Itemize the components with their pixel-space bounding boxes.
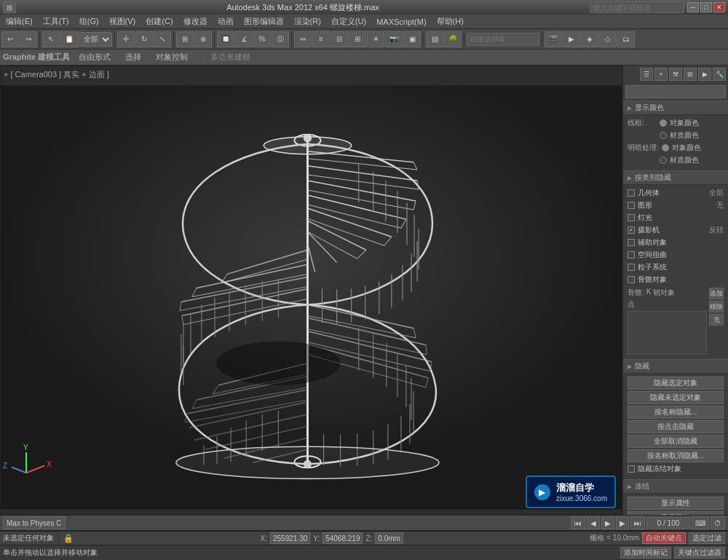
jump-end-button[interactable]: ⏭ bbox=[630, 516, 645, 529]
viewport[interactable]: + [ Camera003 ] 真实 + 边面 ] bbox=[0, 66, 622, 515]
align-view-button[interactable]: ▣ bbox=[403, 31, 421, 47]
play-button[interactable]: ▶ bbox=[601, 516, 614, 529]
key-filter-button[interactable]: 关键点过滤器 bbox=[674, 547, 725, 559]
menu-group[interactable]: 组(G) bbox=[75, 15, 103, 28]
modify-panel-icon[interactable]: ⚒ bbox=[669, 68, 682, 81]
spinner-snap-button[interactable]: ⓪ bbox=[272, 31, 289, 47]
tab-select[interactable]: 选择 bbox=[119, 50, 147, 64]
x-value[interactable]: 255921.30 bbox=[270, 532, 310, 544]
undo-button[interactable]: ↩ bbox=[1, 31, 19, 47]
hide-by-hit-button[interactable]: 按点击隐藏 bbox=[628, 420, 724, 433]
y-value[interactable]: 54068.219 bbox=[323, 532, 363, 544]
next-frame-button[interactable]: ▶ bbox=[616, 516, 629, 529]
display-color-header[interactable]: 显示颜色 bbox=[623, 100, 728, 115]
menu-help[interactable]: 帮助(H) bbox=[432, 15, 468, 28]
render-explorer-button[interactable]: 🗂 bbox=[617, 31, 635, 47]
tab-freeform[interactable]: 自由形式 bbox=[73, 50, 116, 64]
align-camera-button[interactable]: 📷 bbox=[385, 31, 403, 47]
display-color-button[interactable]: 显示颜色 bbox=[628, 511, 724, 515]
shading-mat-color-radio[interactable] bbox=[660, 157, 667, 164]
menu-animation[interactable]: 动画 bbox=[213, 15, 238, 28]
panel-search-input[interactable] bbox=[625, 85, 726, 98]
freeze-section-header[interactable]: 冻结 bbox=[623, 479, 728, 494]
hide-by-name-button[interactable]: 按名称隐藏... bbox=[628, 406, 724, 419]
selection-set-input[interactable] bbox=[467, 33, 539, 46]
time-config-button[interactable]: ⏱ bbox=[711, 516, 725, 529]
create-panel-icon[interactable]: + bbox=[654, 68, 668, 81]
particles-checkbox[interactable] bbox=[628, 264, 635, 271]
none-button[interactable]: 无 bbox=[709, 314, 724, 326]
menu-create[interactable]: 创建(C) bbox=[141, 15, 177, 28]
hide-section-header[interactable]: 隐藏 bbox=[623, 359, 728, 374]
shapes-checkbox[interactable] bbox=[628, 202, 635, 209]
max-to-physes-button[interactable]: Max to Physes C bbox=[3, 516, 66, 529]
unhide-by-name-button[interactable]: 按名称取消隐藏... bbox=[628, 449, 724, 462]
auto-key-button[interactable]: 自动关键点 bbox=[642, 532, 686, 544]
z-value[interactable]: 0.0mm bbox=[375, 532, 403, 544]
mirror-button[interactable]: ⇔ bbox=[294, 31, 312, 47]
activeshade-button[interactable]: ◈ bbox=[581, 31, 598, 47]
pivot-button[interactable]: ⊕ bbox=[194, 31, 212, 47]
by-category-header[interactable]: 按类别隐藏 bbox=[623, 170, 728, 185]
cameras-checkbox[interactable]: ✓ bbox=[628, 226, 635, 234]
add-button[interactable]: 添加 bbox=[709, 288, 724, 299]
menu-customize[interactable]: 自定义(U) bbox=[327, 15, 371, 28]
display-props-button[interactable]: 显示属性 bbox=[628, 497, 724, 510]
place-highlight-button[interactable]: ☀ bbox=[367, 31, 384, 47]
maximize-button[interactable]: □ bbox=[700, 2, 712, 12]
menu-view[interactable]: 视图(V) bbox=[105, 15, 141, 28]
unhide-all-button[interactable]: 全部取消隐藏 bbox=[628, 435, 724, 448]
lights-checkbox[interactable] bbox=[628, 214, 635, 221]
menu-maxscript[interactable]: MAXScript(M) bbox=[372, 17, 430, 27]
angle-snap-button[interactable]: ∡ bbox=[235, 31, 253, 47]
display-panel-icon[interactable]: ☰ bbox=[640, 68, 653, 81]
select-name-button[interactable]: 📋 bbox=[60, 31, 78, 47]
minimize-button[interactable]: ─ bbox=[687, 2, 699, 12]
scene-explorer-button[interactable]: 🌳 bbox=[444, 31, 462, 47]
redo-button[interactable]: ↪ bbox=[20, 31, 37, 47]
percent-snap-button[interactable]: % bbox=[253, 31, 271, 47]
close-button[interactable]: ✕ bbox=[713, 2, 725, 12]
move-button[interactable]: ✛ bbox=[117, 31, 135, 47]
reference-coord-button[interactable]: ⊞ bbox=[176, 31, 194, 47]
motion-panel-icon[interactable]: ▶ bbox=[698, 68, 711, 81]
menu-tools[interactable]: 工具(T) bbox=[39, 15, 74, 28]
shading-obj-color-radio[interactable] bbox=[662, 144, 669, 151]
geometry-checkbox[interactable] bbox=[628, 189, 635, 197]
menu-render[interactable]: 渲染(R) bbox=[290, 15, 325, 28]
select-button[interactable]: ↖ bbox=[42, 31, 60, 47]
move-button[interactable]: 移除 bbox=[709, 301, 724, 312]
hierarchy-panel-icon[interactable]: ⊞ bbox=[684, 68, 697, 81]
hide-selected-button[interactable]: 隐藏选定对象 bbox=[628, 376, 724, 390]
add-key-button[interactable]: 添加时间标记 bbox=[620, 547, 671, 559]
menu-modifiers[interactable]: 修改器 bbox=[179, 15, 212, 28]
quick-align-button[interactable]: ⊟ bbox=[331, 31, 348, 47]
menu-grapheditor[interactable]: 图形编辑器 bbox=[240, 15, 288, 28]
hide-frozen-checkbox[interactable] bbox=[628, 465, 635, 473]
title-menu-icon[interactable]: ⊞ bbox=[3, 1, 16, 13]
key-mode-button[interactable]: ⌨ bbox=[692, 516, 709, 529]
utilities-panel-icon[interactable]: 🔧 bbox=[713, 68, 726, 81]
jump-start-button[interactable]: ⏮ bbox=[571, 516, 585, 529]
wireframe-mat-color-radio[interactable] bbox=[660, 132, 667, 139]
wireframe-obj-color-radio[interactable] bbox=[660, 119, 667, 127]
spacewarps-checkbox[interactable] bbox=[628, 251, 635, 259]
helpers-checkbox[interactable] bbox=[628, 239, 635, 246]
render-setup-button[interactable]: 🎬 bbox=[545, 31, 562, 47]
bones-checkbox[interactable] bbox=[628, 276, 635, 283]
set-keys-button[interactable]: 选定过滤 bbox=[689, 532, 725, 544]
scale-button[interactable]: ⤡ bbox=[154, 31, 171, 47]
search-input[interactable] bbox=[590, 1, 684, 13]
render-button[interactable]: ▶ bbox=[563, 31, 580, 47]
snap-toggle-button[interactable]: 🔲 bbox=[217, 31, 234, 47]
rotate-button[interactable]: ↻ bbox=[135, 31, 153, 47]
normal-align-button[interactable]: ⊞ bbox=[349, 31, 366, 47]
hide-unselected-button[interactable]: 隐藏未选定对象 bbox=[628, 391, 724, 404]
selection-filter-dropdown[interactable]: 全部 bbox=[79, 32, 112, 47]
material-editor-button[interactable]: ◇ bbox=[599, 31, 617, 47]
tab-object-control[interactable]: 对象控制 bbox=[150, 50, 194, 64]
menu-edit[interactable]: 编辑(E) bbox=[1, 15, 37, 28]
prev-frame-button[interactable]: ◀ bbox=[587, 516, 600, 529]
align-button[interactable]: ≡ bbox=[312, 31, 330, 47]
layer-manager-button[interactable]: ▤ bbox=[426, 31, 443, 47]
